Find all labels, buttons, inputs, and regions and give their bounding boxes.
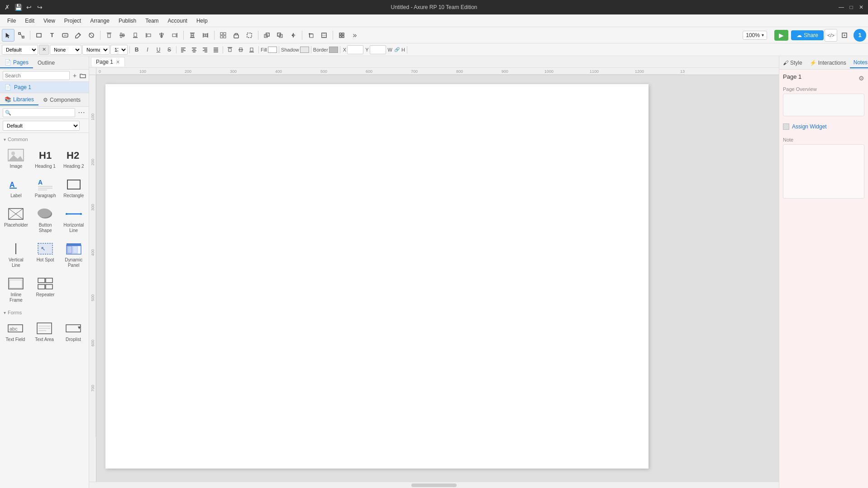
settings-icon[interactable]: ⚙ xyxy=(858,75,864,82)
align-middle[interactable] xyxy=(116,29,129,42)
valign-top[interactable] xyxy=(225,45,235,55)
comp-hline[interactable]: Horizontal Line xyxy=(60,204,87,237)
font-size-select[interactable]: 13 xyxy=(110,45,128,55)
distribute-h[interactable] xyxy=(199,29,212,42)
align-center-text[interactable] xyxy=(189,45,199,55)
share-button[interactable]: ☁ Share xyxy=(791,30,824,40)
assign-widget-link[interactable]: Assign Widget xyxy=(792,123,827,130)
menu-edit[interactable]: Edit xyxy=(21,16,38,25)
menu-help[interactable]: Help xyxy=(193,16,211,25)
underline-button[interactable]: U xyxy=(153,45,163,55)
rectangle-tool[interactable] xyxy=(33,29,45,42)
maximize-button[interactable]: □ xyxy=(848,4,854,10)
h-scrollbar[interactable] xyxy=(89,482,779,488)
align-bottom[interactable] xyxy=(129,29,142,42)
pencil-tool[interactable] xyxy=(85,29,98,42)
menu-view[interactable]: View xyxy=(40,16,59,25)
preview-button[interactable]: ▶ xyxy=(774,30,788,41)
border-color[interactable] xyxy=(329,47,338,53)
close-button[interactable]: ✕ xyxy=(858,4,864,10)
comp-iframe[interactable]: Inline Frame xyxy=(2,273,30,306)
save-icon[interactable]: 💾 xyxy=(14,4,22,11)
bold-button[interactable]: B xyxy=(132,45,142,55)
valign-middle[interactable] xyxy=(236,45,246,55)
tab-outline[interactable]: Outline xyxy=(33,58,59,68)
tab-notes[interactable]: Notes xyxy=(850,57,868,68)
menu-file[interactable]: File xyxy=(4,16,19,25)
menu-team[interactable]: Team xyxy=(142,16,162,25)
canvas-tab-close[interactable]: ✕ xyxy=(116,59,120,65)
note-input[interactable] xyxy=(783,144,864,199)
redo-icon[interactable]: ↪ xyxy=(36,4,43,11)
style-type-select[interactable]: Normal xyxy=(82,45,110,55)
x-input[interactable] xyxy=(347,45,363,54)
zoom-control[interactable]: 100% ▾ xyxy=(743,31,767,40)
comp-label[interactable]: A Label xyxy=(2,174,30,202)
comp-placeholder[interactable]: Placeholder xyxy=(2,204,30,237)
distribute-v[interactable] xyxy=(186,29,199,42)
flip-h[interactable] xyxy=(287,29,300,42)
code-button[interactable]: </> xyxy=(825,29,837,42)
lib-search[interactable] xyxy=(3,108,75,117)
align-left[interactable] xyxy=(142,29,155,42)
text-tool[interactable]: T xyxy=(46,29,58,42)
align-right-text[interactable] xyxy=(200,45,210,55)
library-select[interactable]: Default xyxy=(3,121,80,131)
page-item-1[interactable]: 📄 Page 1 xyxy=(0,82,89,93)
more-tools[interactable]: » xyxy=(348,29,361,42)
page-folder-button[interactable] xyxy=(80,71,86,80)
group-tool[interactable] xyxy=(217,29,229,42)
align-justify-text[interactable] xyxy=(211,45,221,55)
connection-tool[interactable] xyxy=(15,29,28,42)
style-select[interactable]: Default xyxy=(2,45,38,55)
valign-bottom[interactable] xyxy=(247,45,257,55)
h-scrollbar-thumb[interactable] xyxy=(411,483,457,487)
fill-color[interactable] xyxy=(268,47,277,53)
tab-style[interactable]: 🖌 Style xyxy=(779,58,806,68)
strikethrough-button[interactable]: S xyxy=(164,45,174,55)
shadow-color[interactable] xyxy=(300,47,309,53)
comp-h1[interactable]: H1 Heading 1 xyxy=(32,145,59,172)
common-toggle[interactable]: ▾ xyxy=(4,137,6,142)
bring-front[interactable] xyxy=(261,29,273,42)
menu-publish[interactable]: Publish xyxy=(115,16,140,25)
comp-textarea[interactable]: Text Area xyxy=(31,318,58,346)
font-select[interactable]: None xyxy=(50,45,81,55)
tab-pages[interactable]: 📄 Pages xyxy=(0,57,33,68)
component-tool[interactable] xyxy=(335,29,348,42)
comp-hotspot[interactable]: ↖ Hot Spot xyxy=(32,238,59,271)
user-avatar[interactable]: 1 xyxy=(854,29,866,42)
undo-icon[interactable]: ↩ xyxy=(25,4,33,11)
lock-aspect[interactable]: 🔗 xyxy=(393,45,401,55)
comp-repeater[interactable]: Repeater xyxy=(32,273,59,306)
comp-droplist[interactable]: Droplist xyxy=(60,318,87,346)
tab-interactions[interactable]: ⚡ Interactions xyxy=(806,58,850,68)
button-tool[interactable] xyxy=(59,29,72,42)
comp-vline[interactable]: Vertical Line xyxy=(2,238,30,271)
send-back[interactable] xyxy=(274,29,286,42)
resize-tool[interactable] xyxy=(243,29,256,42)
comp-image[interactable]: Image xyxy=(2,145,30,172)
pen-tool[interactable] xyxy=(72,29,85,42)
menu-arrange[interactable]: Arrange xyxy=(86,16,113,25)
pages-search[interactable] xyxy=(3,71,70,80)
lib-more-button[interactable]: ⋯ xyxy=(77,108,86,117)
tab-components[interactable]: ⚙ Components xyxy=(38,95,85,105)
add-page-button[interactable]: + xyxy=(72,71,78,80)
crop-tool[interactable] xyxy=(305,29,317,42)
forms-toggle[interactable]: ▾ xyxy=(4,310,6,315)
align-top[interactable] xyxy=(103,29,115,42)
align-center[interactable] xyxy=(155,29,168,42)
canvas-tab-page1[interactable]: Page 1 ✕ xyxy=(91,57,125,66)
menu-project[interactable]: Project xyxy=(61,16,85,25)
comp-button[interactable]: Button Shape xyxy=(32,204,59,237)
minimize-button[interactable]: — xyxy=(838,4,844,10)
italic-button[interactable]: I xyxy=(143,45,153,55)
comp-paragraph[interactable]: A Paragraph xyxy=(32,174,59,202)
export-button[interactable] xyxy=(838,29,851,42)
slice-tool[interactable] xyxy=(318,29,330,42)
align-right[interactable] xyxy=(168,29,181,42)
comp-rectangle[interactable]: Rectangle xyxy=(60,174,87,202)
comp-dynpanel[interactable]: Dynamic Panel xyxy=(60,238,87,271)
tab-libraries[interactable]: 📚 Libraries xyxy=(0,95,38,105)
